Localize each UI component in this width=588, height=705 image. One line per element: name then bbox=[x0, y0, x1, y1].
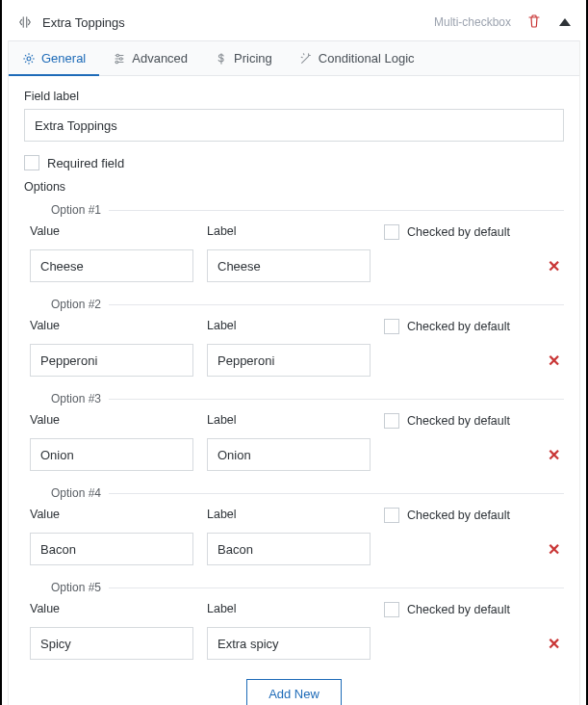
option-value-input[interactable] bbox=[30, 627, 193, 660]
option-legend: Option #5 bbox=[24, 581, 109, 594]
option-value-label: Value bbox=[30, 602, 193, 615]
checked-by-default-label: Checked by default bbox=[407, 320, 510, 333]
sliders-icon bbox=[113, 52, 126, 65]
option-value-label: Value bbox=[30, 319, 193, 332]
required-field-label: Required field bbox=[47, 156, 124, 170]
required-field-checkbox[interactable] bbox=[24, 155, 39, 170]
dollar-icon bbox=[215, 52, 228, 65]
option-value-input[interactable] bbox=[30, 438, 193, 471]
option-label-input[interactable] bbox=[207, 533, 371, 565]
checked-by-default-label: Checked by default bbox=[407, 414, 510, 428]
checked-by-default-checkbox[interactable] bbox=[384, 508, 399, 523]
tab-conditional-label: Conditional Logic bbox=[319, 51, 415, 65]
wand-icon bbox=[299, 52, 313, 65]
checked-by-default-label: Checked by default bbox=[407, 225, 510, 239]
tab-pricing-label: Pricing bbox=[234, 51, 272, 65]
delete-option-button[interactable]: ✕ bbox=[537, 344, 564, 377]
option-label-input[interactable] bbox=[207, 249, 371, 282]
field-label-label: Field label bbox=[24, 90, 564, 103]
svg-point-2 bbox=[120, 57, 123, 60]
checked-by-default-checkbox[interactable] bbox=[384, 224, 399, 240]
option-label-input[interactable] bbox=[207, 344, 371, 377]
svg-point-0 bbox=[27, 57, 31, 61]
drag-handle-icon[interactable] bbox=[17, 14, 33, 30]
option-label-input[interactable] bbox=[207, 627, 371, 660]
option-value-input[interactable] bbox=[30, 344, 193, 377]
field-type-badge: Multi-checkbox bbox=[434, 15, 511, 29]
option-label-label: Label bbox=[207, 413, 371, 427]
delete-field-button[interactable] bbox=[526, 13, 542, 32]
checked-by-default-checkbox[interactable] bbox=[384, 413, 399, 429]
tab-pricing[interactable]: Pricing bbox=[201, 41, 286, 75]
field-label-input[interactable] bbox=[24, 109, 564, 142]
option-label-label: Label bbox=[207, 319, 371, 332]
option-label-label: Label bbox=[207, 602, 371, 615]
collapse-toggle-icon[interactable] bbox=[559, 18, 571, 26]
tab-conditional[interactable]: Conditional Logic bbox=[286, 41, 428, 75]
option-value-input[interactable] bbox=[30, 533, 193, 565]
option-value-label: Value bbox=[30, 224, 193, 238]
tabs: General Advanced Pricing Conditional Log… bbox=[9, 40, 579, 76]
panel-title: Extra Toppings bbox=[42, 15, 424, 30]
delete-option-button[interactable]: ✕ bbox=[537, 438, 564, 471]
checked-by-default-label: Checked by default bbox=[407, 509, 510, 522]
option-label-input[interactable] bbox=[207, 438, 371, 471]
option-value-input[interactable] bbox=[30, 249, 193, 282]
options-section-title: Options bbox=[24, 180, 564, 194]
checked-by-default-checkbox[interactable] bbox=[384, 319, 399, 334]
svg-point-3 bbox=[115, 61, 118, 64]
delete-option-button[interactable]: ✕ bbox=[537, 533, 564, 565]
option-value-label: Value bbox=[30, 508, 193, 521]
tab-advanced[interactable]: Advanced bbox=[99, 41, 201, 75]
option-value-label: Value bbox=[30, 413, 193, 427]
option-label-label: Label bbox=[207, 508, 371, 521]
tab-general[interactable]: General bbox=[9, 41, 99, 75]
option-label-label: Label bbox=[207, 224, 371, 238]
delete-option-button[interactable]: ✕ bbox=[537, 249, 564, 282]
tab-advanced-label: Advanced bbox=[132, 51, 188, 65]
tab-general-label: General bbox=[41, 51, 86, 65]
checked-by-default-label: Checked by default bbox=[407, 603, 510, 616]
option-legend: Option #4 bbox=[24, 486, 109, 500]
gear-icon bbox=[22, 52, 36, 65]
delete-option-button[interactable]: ✕ bbox=[537, 627, 564, 660]
option-legend: Option #3 bbox=[24, 392, 109, 405]
svg-point-1 bbox=[116, 54, 119, 57]
option-legend: Option #2 bbox=[24, 298, 109, 311]
option-legend: Option #1 bbox=[24, 203, 109, 217]
checked-by-default-checkbox[interactable] bbox=[384, 602, 399, 617]
add-new-button[interactable]: Add New bbox=[246, 679, 342, 705]
